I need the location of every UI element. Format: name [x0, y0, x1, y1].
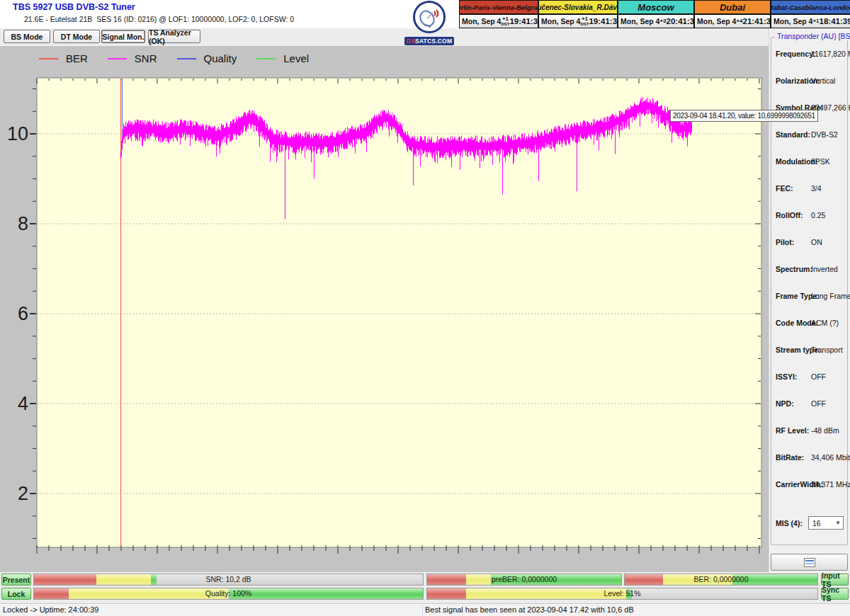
level-bar: Level: 51%: [426, 588, 818, 600]
transponder-subtitle: 21.6E - Eutelsat 21B SES 16 (ID: 0216) @…: [24, 15, 294, 23]
logo-text: DXSATCS.COM: [404, 37, 454, 45]
clock-city-label: Dubai: [695, 1, 770, 15]
status-separator: [422, 605, 423, 615]
tab-signal-mon-[interactable]: Signal Mon.: [101, 30, 145, 43]
field-label: Pilot:: [776, 238, 794, 246]
field-label: RF Level:: [776, 426, 809, 435]
clock-city-label: Berlin-Paris-Vienna-Belgrade: [460, 1, 538, 15]
best-signal-status: Best signal has been seen at 2023-09-04 …: [425, 605, 634, 614]
legend-item-quality: Quality: [177, 52, 237, 64]
mis-dropdown[interactable]: 16 ▼: [808, 516, 844, 530]
signal-monitor-chart-region: BERSNRQualityLevel 246810: [0, 46, 769, 574]
ber-bar-label: BER: 0,0000000: [625, 574, 817, 585]
quality-bar: Quality: 100%: [33, 588, 424, 600]
clock-city-label: Moscow: [618, 1, 693, 15]
preber-bar: preBER: 0,0000000: [426, 574, 622, 586]
snr-bar: SNR: 10,2 dB: [33, 574, 424, 586]
field-label: NPD:: [776, 399, 794, 408]
field-label: ISSYI:: [776, 372, 797, 381]
field-value: ACM (?): [811, 319, 839, 327]
clock-time: Mon, Sep 4 +3 20:41:39: [618, 15, 693, 28]
legend-item-ber: BER: [39, 52, 88, 64]
legend-line-icon: [177, 58, 196, 59]
tuner-application-window: TBS 5927 USB DVB-S2 Tuner 21.6E - Eutels…: [0, 0, 850, 616]
satellite-dish-icon: [413, 1, 446, 33]
clock-time: Mon, Sep 4 +1 18:41:39: [771, 15, 850, 28]
field-value: 8PSK: [811, 157, 830, 166]
field-label: BitRate:: [776, 453, 804, 462]
legend-line-icon: [256, 58, 276, 59]
chart-legend: BERSNRQualityLevel: [39, 52, 309, 64]
field-value: Long Frame: [811, 292, 850, 300]
dxsatcs-logo: DXSATCS.COM: [402, 1, 457, 40]
clock-3: Moscow Mon, Sep 4 +3 20:41:39: [618, 1, 693, 28]
mis-value: 16: [812, 519, 821, 527]
svg-text:2: 2: [18, 483, 28, 504]
snr-bar-label: SNR: 10,2 dB: [34, 574, 423, 585]
svg-text:6: 6: [18, 303, 28, 324]
field-label: FEC:: [776, 184, 793, 193]
field-value: 34,371 MHz: [811, 480, 850, 489]
header: TBS 5927 USB DVB-S2 Tuner 21.6E - Eutels…: [0, 0, 850, 29]
mis-label: MIS (4):: [776, 519, 803, 527]
ber-bar: BER: 0,0000000: [624, 574, 818, 586]
svg-text:4: 4: [18, 393, 28, 414]
field-value: 0.25: [811, 211, 825, 219]
field-value: Transport: [811, 346, 843, 354]
legend-line-icon: [39, 58, 58, 59]
chart-tooltip: 2023-09-04 18.41.20, value: 10,699999809…: [670, 110, 818, 122]
snapshot-icon: [804, 558, 815, 567]
svg-text:10: 10: [7, 123, 28, 144]
legend-item-snr: SNR: [108, 52, 157, 64]
field-label: RollOff:: [776, 211, 803, 219]
preber-bar-label: preBER: 0,0000000: [427, 574, 621, 585]
field-label: Frequency:: [776, 50, 816, 58]
world-clocks: Berlin-Paris-Vienna-Belgrade Mon, Sep 4 …: [459, 0, 850, 28]
signal-bars-area: PresentSNR: 10,2 dBpreBER: 0,0000000BER:…: [0, 572, 850, 603]
tab-bar: BS ModeDT ModeSignal Mon.TS Analyzer (OK…: [0, 28, 769, 46]
clock-4: Dubai Mon, Sep 4 +4 21:41:39: [695, 1, 770, 28]
field-value: OFF: [811, 372, 826, 381]
field-value: OFF: [811, 399, 826, 408]
field-label: Spectrum:: [776, 265, 812, 273]
sync-ts-button[interactable]: Sync TS: [821, 588, 849, 600]
chevron-down-icon: ▼: [835, 520, 841, 526]
field-value: 11617,820 MHz: [811, 50, 850, 58]
legend-line-icon: [108, 58, 127, 59]
field-value: ON: [811, 238, 822, 246]
legend-label: Level: [283, 52, 309, 64]
tab-ts-analyzer-ok-[interactable]: TS Analyzer (OK): [148, 30, 200, 43]
transponder-groupbox-title: Transponder (AU) [BS]: [775, 32, 850, 40]
svg-text:8: 8: [18, 213, 28, 234]
field-value: 3/4: [811, 184, 822, 193]
clock-5: Rabat-Casablanca-London Mon, Sep 4 +1 18…: [771, 1, 850, 28]
field-label: Standard:: [776, 130, 810, 139]
clock-time: Mon, Sep 4 +1DST 19:41:39: [460, 15, 538, 28]
clock-time: Mon, Sep 4 +1DST 19:41:39: [539, 15, 617, 28]
clock-2: Lučenec-Slovakia_R.Dávid Mon, Sep 4 +1DS…: [539, 1, 617, 28]
tab-dt-mode[interactable]: DT Mode: [53, 30, 100, 43]
quality-bar-label: Quality: 100%: [34, 588, 423, 599]
field-value: Inverted: [811, 265, 838, 273]
clock-time: Mon, Sep 4 +4 21:41:39: [695, 15, 770, 28]
app-title: TBS 5927 USB DVB-S2 Tuner: [13, 2, 135, 12]
tab-bs-mode[interactable]: BS Mode: [4, 30, 50, 43]
clock-1: Berlin-Paris-Vienna-Belgrade Mon, Sep 4 …: [460, 1, 538, 28]
present-button[interactable]: Present: [1, 574, 31, 586]
legend-label: BER: [66, 52, 88, 64]
input-ts-button[interactable]: Input TS: [821, 574, 849, 586]
status-bar: Locked -> Uptime: 24:00:39 Best signal h…: [0, 603, 850, 616]
field-value: Vertical: [811, 76, 835, 85]
clock-city-label: Lučenec-Slovakia_R.Dávid: [539, 1, 617, 15]
clock-city-label: Rabat-Casablanca-London: [771, 1, 850, 15]
legend-label: Quality: [204, 52, 237, 64]
legend-item-level: Level: [256, 52, 309, 64]
signal-chart[interactable]: 246810: [0, 66, 769, 574]
field-value: DVB-S2: [811, 130, 838, 139]
field-value: -48 dBm: [811, 426, 839, 435]
level-bar-label: Level: 51%: [427, 588, 817, 599]
snapshot-button[interactable]: [771, 554, 848, 571]
legend-label: SNR: [135, 52, 157, 64]
lock-button[interactable]: Lock: [1, 588, 31, 600]
lock-uptime-status: Locked -> Uptime: 24:00:39: [3, 605, 98, 614]
